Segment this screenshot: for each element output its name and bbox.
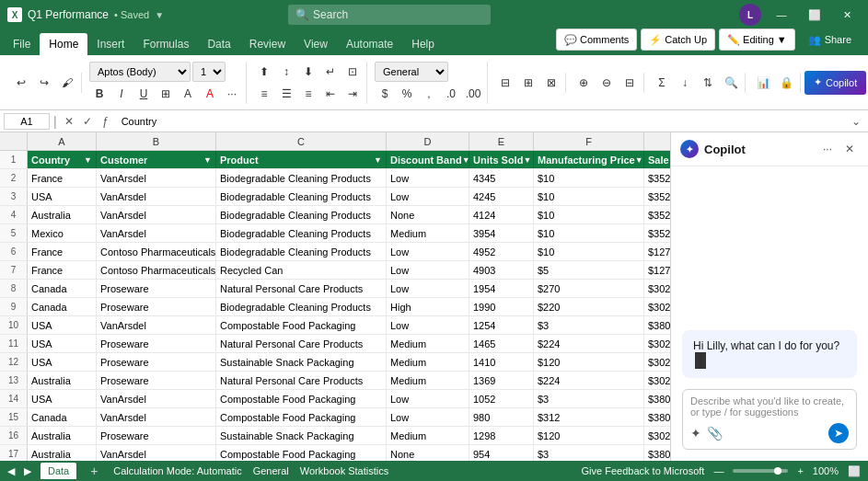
col-header-d[interactable]: D xyxy=(387,132,469,150)
col-header-a[interactable]: A xyxy=(28,132,97,150)
table-cell[interactable]: Mexico xyxy=(28,224,97,242)
table-cell[interactable]: $10 xyxy=(534,243,644,260)
italic-button[interactable]: I xyxy=(111,84,132,104)
close-button[interactable]: ✕ xyxy=(835,2,861,28)
conditional-format-button[interactable]: ⊟ xyxy=(495,73,515,93)
table-cell[interactable]: $10 xyxy=(534,224,644,242)
table-cell[interactable]: USA xyxy=(28,188,97,205)
table-cell[interactable]: $380 xyxy=(644,445,670,461)
insert-cells-button[interactable]: ⊕ xyxy=(573,73,594,93)
analyze-data-button[interactable]: 📊 xyxy=(753,73,773,93)
col-header-f[interactable]: F xyxy=(534,132,644,150)
table-cell[interactable]: Contoso Pharmaceuticals xyxy=(97,261,216,279)
align-center-button[interactable]: ☰ xyxy=(276,84,296,104)
number-format-select[interactable]: General xyxy=(375,62,448,82)
table-cell[interactable]: $3 xyxy=(534,445,644,461)
table-cell[interactable]: Medium xyxy=(387,372,469,389)
redo-button[interactable]: ↪ xyxy=(34,73,54,93)
copilot-sparkle-icon[interactable]: ✦ xyxy=(690,426,701,441)
undo-button[interactable]: ↩ xyxy=(11,73,31,93)
table-cell[interactable]: Low xyxy=(387,243,469,260)
table-cell[interactable]: Biodegradable Cleaning Products xyxy=(216,298,387,315)
table-cell[interactable]: Compostable Food Packaging xyxy=(216,390,387,407)
border-button[interactable]: ⊞ xyxy=(156,84,176,104)
table-cell[interactable]: Canada xyxy=(28,298,97,315)
table-cell[interactable]: $302 xyxy=(644,280,670,297)
table-cell[interactable]: $380 xyxy=(644,316,670,334)
more-font-button[interactable]: ··· xyxy=(222,84,242,104)
merge-button[interactable]: ⊡ xyxy=(342,62,363,82)
table-cell[interactable]: VanArsdel xyxy=(97,445,216,461)
enter-formula-button[interactable]: ✓ xyxy=(79,113,96,130)
minimize-button[interactable]: — xyxy=(769,2,794,28)
col-header-c[interactable]: C xyxy=(216,132,387,150)
cell-styles-button[interactable]: ⊠ xyxy=(541,73,561,93)
font-name-select[interactable]: Aptos (Body) xyxy=(89,62,191,82)
table-cell[interactable]: Biodegradable Cleaning Products xyxy=(216,224,387,242)
table-cell[interactable]: $120 xyxy=(534,427,644,444)
tab-automate[interactable]: Automate xyxy=(337,33,402,55)
title-dropdown-icon[interactable]: ▼ xyxy=(155,10,164,20)
table-cell[interactable]: VanArsdel xyxy=(97,206,216,223)
table-cell[interactable]: 954 xyxy=(469,445,534,461)
table-cell[interactable]: $3 xyxy=(534,390,644,407)
table-cell[interactable]: Proseware xyxy=(97,427,216,444)
comma-button[interactable]: , xyxy=(419,84,439,104)
table-cell[interactable]: VanArsdel xyxy=(97,169,216,187)
font-size-select[interactable]: 11 xyxy=(192,62,226,82)
wrap-text-button[interactable]: ↵ xyxy=(320,62,341,82)
copilot-attach-icon[interactable]: 📎 xyxy=(707,426,723,441)
table-cell[interactable]: 1410 xyxy=(469,353,534,371)
tab-data[interactable]: Data xyxy=(198,33,239,55)
table-cell[interactable]: Low xyxy=(387,261,469,279)
currency-button[interactable]: $ xyxy=(375,84,395,104)
fill-button[interactable]: ↓ xyxy=(675,73,695,93)
table-cell[interactable]: $302 xyxy=(644,298,670,315)
tab-review[interactable]: Review xyxy=(240,33,295,55)
filter-icon-country[interactable]: ▼ xyxy=(84,155,92,165)
sort-filter-button[interactable]: ⇅ xyxy=(698,73,718,93)
filter-icon-discount[interactable]: ▼ xyxy=(462,155,469,165)
table-cell[interactable]: 1465 xyxy=(469,335,534,352)
table-cell[interactable]: $10 xyxy=(534,206,644,223)
table-cell[interactable]: VanArsdel xyxy=(97,188,216,205)
table-cell[interactable]: $352 xyxy=(644,169,670,187)
table-cell[interactable]: 1954 xyxy=(469,280,534,297)
percent-button[interactable]: % xyxy=(397,84,417,104)
table-cell[interactable]: $302 xyxy=(644,335,670,352)
format-cells-button[interactable]: ⊟ xyxy=(619,73,640,93)
table-cell[interactable]: Biodegradable Cleaning Products xyxy=(216,243,387,260)
table-cell[interactable]: Proseware xyxy=(97,335,216,352)
formula-expand-button[interactable]: ⌄ xyxy=(848,113,864,130)
table-cell[interactable]: Low xyxy=(387,408,469,426)
search-box[interactable]: 🔍 Search xyxy=(288,5,491,25)
zoom-slider[interactable] xyxy=(733,469,788,473)
table-cell[interactable]: USA xyxy=(28,316,97,334)
table-cell[interactable]: France xyxy=(28,243,97,260)
copilot-input-area[interactable]: Describe what you'd like to create, or t… xyxy=(682,389,857,450)
table-cell[interactable]: Low xyxy=(387,280,469,297)
font-color-button[interactable]: A xyxy=(200,84,220,104)
table-cell[interactable]: Natural Personal Care Products xyxy=(216,280,387,297)
nav-prev-sheet-button[interactable]: ◀ xyxy=(7,465,15,477)
table-cell[interactable]: $220 xyxy=(534,298,644,315)
header-customer[interactable]: Customer ▼ xyxy=(97,151,216,168)
formula-input[interactable] xyxy=(118,116,844,127)
decrease-indent-button[interactable]: ⇤ xyxy=(320,84,341,104)
col-header-g[interactable]: G xyxy=(644,132,670,150)
table-cell[interactable]: $3 xyxy=(534,316,644,334)
table-cell[interactable]: Australia xyxy=(28,206,97,223)
tab-formulas[interactable]: Formulas xyxy=(133,33,198,55)
table-cell[interactable]: $302 xyxy=(644,372,670,389)
table-cell[interactable]: Proseware xyxy=(97,353,216,371)
table-cell[interactable]: VanArsdel xyxy=(97,224,216,242)
tab-home[interactable]: Home xyxy=(40,33,87,55)
table-cell[interactable]: $312 xyxy=(534,408,644,426)
table-cell[interactable]: Proseware xyxy=(97,280,216,297)
table-cell[interactable]: Biodegradable Cleaning Products xyxy=(216,206,387,223)
table-cell[interactable]: None xyxy=(387,445,469,461)
fill-color-button[interactable]: A xyxy=(178,84,198,104)
tab-view[interactable]: View xyxy=(295,33,337,55)
tab-help[interactable]: Help xyxy=(402,33,444,55)
table-cell[interactable]: Sustainable Snack Packaging xyxy=(216,427,387,444)
